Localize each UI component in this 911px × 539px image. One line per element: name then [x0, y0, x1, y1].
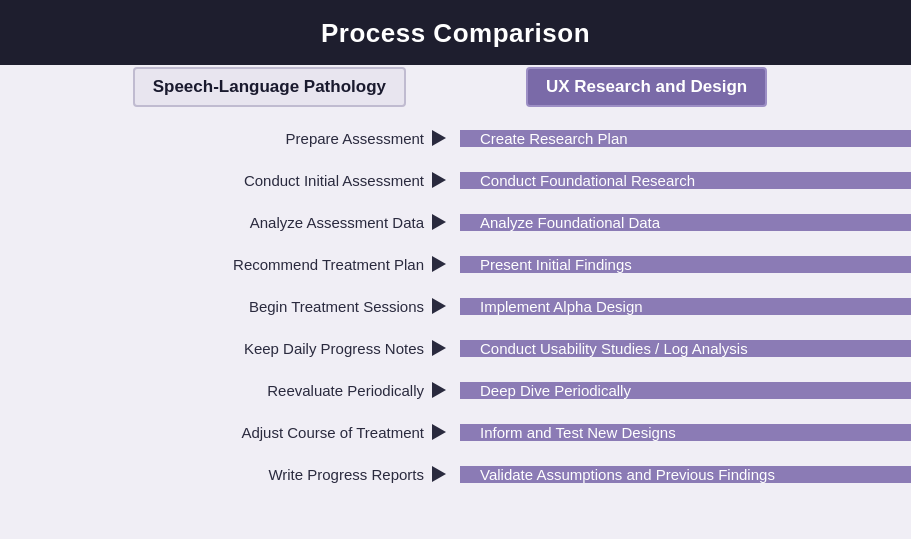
- arrow-icon: [432, 130, 446, 146]
- left-cell: Keep Daily Progress Notes: [0, 340, 460, 357]
- right-label: Analyze Foundational Data: [480, 214, 660, 231]
- arrow-icon: [432, 298, 446, 314]
- arrow-icon: [432, 340, 446, 356]
- right-cell: Conduct Usability Studies / Log Analysis: [460, 340, 911, 357]
- right-label: Create Research Plan: [480, 130, 628, 147]
- main-content: Speech-Language Pathology UX Research an…: [0, 65, 911, 538]
- left-cell: Analyze Assessment Data: [0, 214, 460, 231]
- left-label: Adjust Course of Treatment: [241, 424, 424, 441]
- arrow-icon: [432, 172, 446, 188]
- table-row: Adjust Course of Treatment Inform and Te…: [0, 411, 911, 453]
- page-title: Process Comparison: [321, 18, 590, 48]
- arrow-icon: [432, 382, 446, 398]
- table-row: Write Progress Reports Validate Assumpti…: [0, 453, 911, 495]
- headers-row: Speech-Language Pathology UX Research an…: [0, 65, 911, 117]
- table-row: Conduct Initial Assessment Conduct Found…: [0, 159, 911, 201]
- left-label: Recommend Treatment Plan: [233, 256, 424, 273]
- left-cell: Conduct Initial Assessment: [0, 172, 460, 189]
- arrow-icon: [432, 256, 446, 272]
- right-cell: Validate Assumptions and Previous Findin…: [460, 466, 911, 483]
- left-label: Write Progress Reports: [268, 466, 424, 483]
- right-label: Conduct Usability Studies / Log Analysis: [480, 340, 748, 357]
- header: Process Comparison: [0, 0, 911, 65]
- table-row: Prepare Assessment Create Research Plan: [0, 117, 911, 159]
- left-cell: Recommend Treatment Plan: [0, 256, 460, 273]
- left-label: Conduct Initial Assessment: [244, 172, 424, 189]
- left-cell: Begin Treatment Sessions: [0, 298, 460, 315]
- left-label: Prepare Assessment: [286, 130, 424, 147]
- arrow-icon: [432, 466, 446, 482]
- right-label: Deep Dive Periodically: [480, 382, 631, 399]
- right-cell: Create Research Plan: [460, 130, 911, 147]
- right-cell: Conduct Foundational Research: [460, 172, 911, 189]
- table-row: Reevaluate Periodically Deep Dive Period…: [0, 369, 911, 411]
- left-cell: Prepare Assessment: [0, 130, 460, 147]
- table-row: Recommend Treatment Plan Present Initial…: [0, 243, 911, 285]
- right-header-cell: UX Research and Design: [460, 67, 911, 115]
- left-cell: Adjust Course of Treatment: [0, 424, 460, 441]
- right-label: Inform and Test New Designs: [480, 424, 676, 441]
- right-cell: Present Initial Findings: [460, 256, 911, 273]
- right-cell: Deep Dive Periodically: [460, 382, 911, 399]
- left-label: Analyze Assessment Data: [250, 214, 424, 231]
- left-header-cell: Speech-Language Pathology: [0, 67, 460, 115]
- table-row: Begin Treatment Sessions Implement Alpha…: [0, 285, 911, 327]
- arrow-icon: [432, 424, 446, 440]
- right-label: Validate Assumptions and Previous Findin…: [480, 466, 775, 483]
- left-label: Reevaluate Periodically: [267, 382, 424, 399]
- right-column-header: UX Research and Design: [526, 67, 767, 107]
- left-cell: Reevaluate Periodically: [0, 382, 460, 399]
- right-label: Present Initial Findings: [480, 256, 632, 273]
- left-label: Begin Treatment Sessions: [249, 298, 424, 315]
- right-cell: Implement Alpha Design: [460, 298, 911, 315]
- table-row: Keep Daily Progress Notes Conduct Usabil…: [0, 327, 911, 369]
- rows-container: Prepare Assessment Create Research Plan …: [0, 117, 911, 495]
- arrow-icon: [432, 214, 446, 230]
- right-label: Conduct Foundational Research: [480, 172, 695, 189]
- left-label: Keep Daily Progress Notes: [244, 340, 424, 357]
- right-label: Implement Alpha Design: [480, 298, 643, 315]
- content-wrapper: Speech-Language Pathology UX Research an…: [0, 65, 911, 538]
- table-row: Analyze Assessment Data Analyze Foundati…: [0, 201, 911, 243]
- left-column-header: Speech-Language Pathology: [133, 67, 406, 107]
- left-cell: Write Progress Reports: [0, 466, 460, 483]
- right-cell: Analyze Foundational Data: [460, 214, 911, 231]
- right-cell: Inform and Test New Designs: [460, 424, 911, 441]
